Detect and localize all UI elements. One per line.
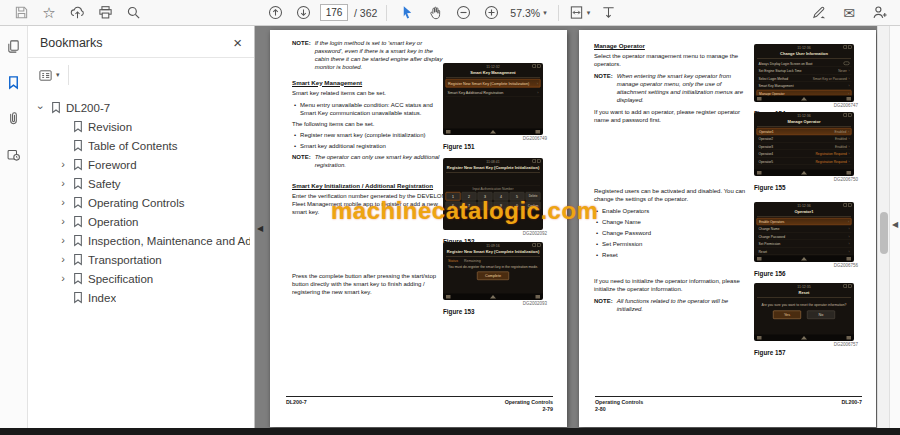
screen-bottom-bar — [443, 129, 543, 136]
bookmark-item-foreword[interactable]: Foreword — [36, 155, 250, 174]
toolbar-divider — [386, 5, 387, 21]
right-panel-handle[interactable]: ◀ — [889, 26, 900, 435]
collapse-left-panel-icon[interactable]: ◀ — [257, 224, 263, 233]
bookmark-item-transportation[interactable]: Transportation — [36, 250, 250, 269]
bookmark-item-revision[interactable]: Revision — [36, 117, 250, 136]
chevron-right-icon[interactable] — [58, 197, 68, 208]
bookmark-glyph-icon — [73, 234, 83, 247]
bookmarks-panel-button[interactable] — [3, 72, 25, 92]
bookmark-label: Operation — [88, 216, 139, 228]
chevron-down-icon[interactable]: ▾ — [56, 71, 60, 79]
bookmark-item-table-of-contents[interactable]: Table of Contents — [36, 136, 250, 155]
chevron-right-icon — [847, 250, 850, 254]
screen-title: Reset — [757, 290, 851, 298]
save-button[interactable] — [8, 2, 34, 24]
page-number-input[interactable] — [320, 4, 348, 21]
chevron-right-icon[interactable] — [58, 159, 68, 170]
footer-rule — [595, 396, 862, 397]
bookmark-options-icon[interactable] — [38, 68, 53, 83]
scrollbar-thumb[interactable] — [880, 212, 888, 254]
share-file-button[interactable] — [64, 2, 90, 24]
screen-status-icons — [844, 46, 852, 49]
attachments-panel-button[interactable] — [3, 108, 25, 128]
hand-tool-button[interactable] — [422, 2, 448, 24]
screen-clock: 11:08:41 — [486, 160, 499, 164]
bookmarks-panel-header: Bookmarks × — [28, 26, 254, 58]
star-icon: ☆ — [42, 5, 55, 20]
footer-page-number: 2-79 — [505, 406, 553, 413]
close-icon[interactable]: × — [233, 35, 242, 50]
chevron-right-icon[interactable] — [58, 216, 68, 227]
document-area: ◀ machinecatalogic.com NOTE: If the logi… — [255, 26, 877, 435]
pdf-viewer-window: ☆ / 362 57.3% — [0, 0, 900, 435]
device-screenshot: 11:12:36 Change User Information Always … — [754, 44, 854, 102]
figure-code: DG2006756 — [754, 263, 858, 268]
figure-154: 11:12:36 Change User Information Always … — [754, 44, 858, 117]
fill-and-sign-button[interactable] — [806, 2, 832, 24]
paragraph: The following items can be set. — [292, 121, 448, 129]
figure-code: DG2006750 — [754, 177, 858, 182]
send-by-email-button[interactable]: ✉ — [836, 2, 862, 24]
note-text: If the login method is set to 'smart key… — [315, 40, 448, 72]
page-footer: Operating Controls 2-80 DL200-7 — [595, 396, 862, 413]
figure-code: DG2006757 — [754, 342, 858, 347]
chevron-down-icon[interactable] — [36, 102, 46, 113]
footer-rule — [286, 396, 553, 397]
bookmark-item-specification[interactable]: Specification — [36, 269, 250, 288]
screen-menu-row: Smart Key Management — [757, 83, 852, 90]
chevron-right-icon — [535, 81, 538, 86]
chevron-right-icon — [847, 242, 850, 246]
bookmark-item-dl200-7[interactable]: DL200-7 — [36, 98, 250, 117]
bullet-item: Change Name — [594, 219, 746, 227]
figure-156: 11:12:36 Operator1 Enable Operators Chan… — [754, 202, 858, 277]
bookmark-glyph-icon — [73, 177, 83, 190]
bookmark-item-inspection-maintenance[interactable]: Inspection, Maintenance and Adjustment — [36, 231, 250, 250]
figure-155: 11:12:36 Manage Operator Operator1Enable… — [754, 112, 858, 191]
collapse-right-panel-icon[interactable]: ◀ — [892, 220, 898, 229]
page-fit-dropdown[interactable]: ▾ — [566, 2, 594, 24]
main-area: Bookmarks × ▾ DL200-7 Revision — [0, 26, 900, 435]
chevron-right-icon[interactable] — [58, 273, 68, 284]
bookmark-item-index[interactable]: Index — [36, 288, 250, 307]
screen-title: Smart Key Management — [446, 70, 540, 78]
screen-title: Register New Smart Key (Complete Initial… — [446, 249, 540, 257]
chevron-right-icon[interactable] — [58, 235, 68, 246]
bookmark-item-safety[interactable]: Safety — [36, 174, 250, 193]
footer-section: Operating Controls — [595, 399, 643, 406]
zoom-out-button[interactable] — [450, 2, 476, 24]
screen-bottom-bar — [754, 96, 854, 103]
search-icon — [126, 5, 141, 20]
bullet-item: Enable Operators — [594, 208, 746, 216]
scrolling-mode-button[interactable] — [595, 2, 621, 24]
bookmark-item-operation[interactable]: Operation — [36, 212, 250, 231]
screen-menu-row: Operator2Enabled — [757, 136, 852, 143]
vertical-scrollbar[interactable] — [877, 26, 889, 435]
bullet-item: Reset — [594, 252, 746, 260]
screen-hint: Input Authentication Number — [443, 187, 543, 191]
chevron-right-icon[interactable] — [58, 178, 68, 189]
security-panel-button[interactable] — [3, 144, 25, 164]
section-heading: Manage Operator — [594, 42, 746, 50]
bottom-bar — [0, 428, 900, 435]
toggle-icon — [844, 62, 850, 66]
previous-page-button[interactable] — [262, 2, 288, 24]
share-with-others-button[interactable] — [866, 2, 892, 24]
zoom-in-button[interactable] — [478, 2, 504, 24]
bookmark-glyph-icon — [73, 158, 83, 171]
screen-menu-row: Operator5Registration Required — [757, 158, 852, 165]
paragraph: Smart key related items can be set. — [292, 90, 448, 98]
bookmark-item-operating-controls[interactable]: Operating Controls — [36, 193, 250, 212]
find-button[interactable] — [120, 2, 146, 24]
bookmark-glyph-icon — [73, 253, 83, 266]
plus-circle-icon — [484, 5, 499, 20]
print-button[interactable] — [92, 2, 118, 24]
page-thumbnails-panel-button[interactable] — [3, 36, 25, 56]
next-page-button[interactable] — [290, 2, 316, 24]
zoom-level-dropdown[interactable]: 57.3% ▾ — [506, 2, 550, 24]
cloud-upload-icon — [70, 5, 85, 20]
pdf-page-left: NOTE: If the login method is set to 'sma… — [270, 30, 567, 427]
select-tool-button[interactable] — [394, 2, 420, 24]
screen-menu-row: Operator3Enabled — [757, 143, 852, 150]
chevron-right-icon[interactable] — [58, 254, 68, 265]
star-button[interactable]: ☆ — [36, 2, 62, 24]
